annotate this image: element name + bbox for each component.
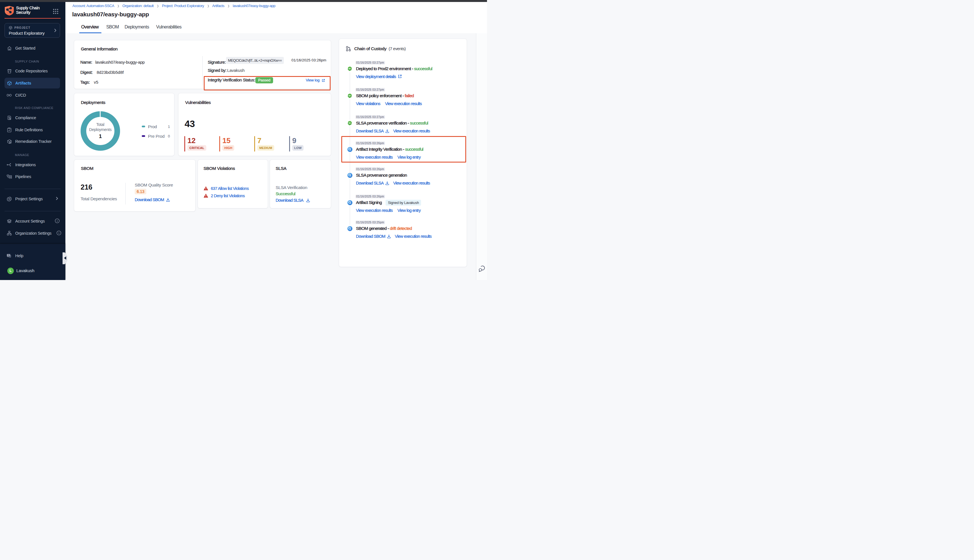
svg-text:?: ? (8, 254, 9, 256)
svg-text:∞: ∞ (349, 67, 351, 70)
svg-text:∞: ∞ (349, 121, 351, 125)
svg-text:∞: ∞ (349, 94, 351, 97)
